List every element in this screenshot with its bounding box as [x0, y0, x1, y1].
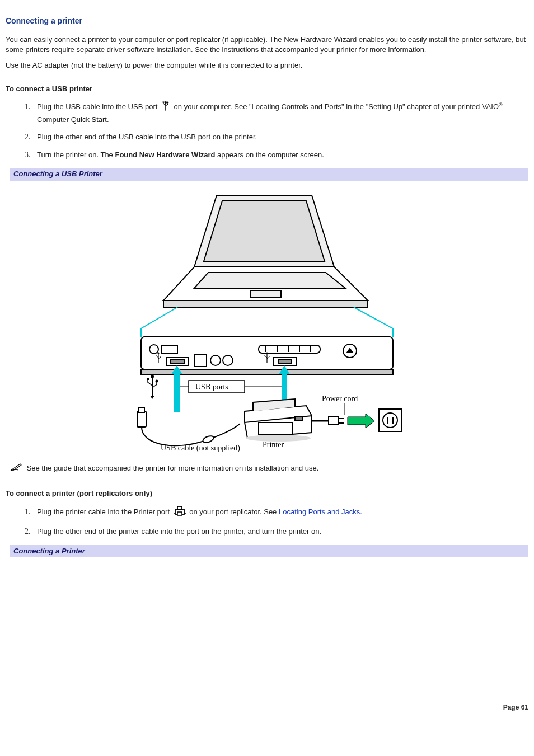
port-step-2: Plug the other end of the printer cable …	[32, 526, 528, 537]
printer-port-icon	[174, 505, 186, 519]
port-steps-list: Plug the printer cable into the Printer …	[6, 505, 528, 537]
label-usb-ports: USB ports	[195, 383, 228, 391]
figure-caption-1: Connecting a USB Printer	[6, 168, 528, 180]
svg-rect-2	[162, 102, 164, 103]
step-text: Computer Quick Start.	[37, 115, 109, 124]
svg-point-48	[202, 434, 214, 443]
step-text: Plug the USB cable into the USB port	[37, 102, 160, 111]
svg-rect-10	[171, 359, 184, 364]
svg-rect-21	[278, 359, 292, 364]
note-pencil-icon	[10, 462, 22, 474]
svg-rect-29	[147, 378, 149, 380]
note-row: See the guide that accompanied the print…	[6, 462, 528, 475]
usb-icon	[161, 101, 170, 114]
step-text: Plug the printer cable into the Printer …	[37, 508, 172, 516]
intro-paragraph-1: You can easily connect a printer to your…	[6, 35, 528, 55]
svg-rect-37	[295, 417, 303, 420]
port-subheading: To connect a printer (port replicators o…	[6, 489, 528, 499]
svg-rect-46	[137, 411, 146, 427]
svg-point-43	[383, 413, 397, 428]
svg-point-28	[151, 375, 154, 378]
figure-caption-2: Connecting a Printer	[6, 545, 528, 557]
page-number: Page 61	[6, 703, 528, 712]
label-power-cord: Power cord	[322, 395, 358, 403]
usb-subheading: To connect a USB printer	[6, 84, 528, 94]
usb-step-1: Plug the USB cable into the USB port on …	[32, 101, 528, 125]
step-text: on your port replicator. See	[189, 508, 279, 516]
figure-usb-printer: USB ports Power cord Printer	[6, 189, 528, 454]
usb-step-3: Turn the printer on. The Found New Hardw…	[32, 149, 528, 161]
step-text: Plug the other end of the USB cable into…	[37, 133, 257, 141]
intro-paragraph-2: Use the AC adapter (not the battery) to …	[6, 60, 528, 71]
label-printer: Printer	[263, 440, 284, 449]
note-text: See the guide that accompanied the print…	[27, 464, 319, 472]
step-text: on your computer. See "Locating Controls…	[174, 102, 499, 111]
svg-rect-39	[329, 417, 339, 425]
diagram-svg: USB ports Power cord Printer	[110, 189, 424, 452]
usb-steps-list: Plug the USB cable into the USB port on …	[6, 101, 528, 160]
step-text: appears on the computer screen.	[216, 151, 324, 159]
svg-rect-47	[139, 408, 144, 412]
svg-rect-50	[177, 506, 182, 509]
step-text: Plug the other end of the printer cable …	[37, 527, 321, 536]
port-step-1: Plug the printer cable into the Printer …	[32, 505, 528, 519]
wizard-name: Found New Hardware Wizard	[115, 151, 215, 159]
svg-rect-51	[177, 512, 182, 515]
section-title: Connecting a printer	[6, 16, 528, 27]
label-usb-cable: USB cable (not supplied)	[161, 444, 240, 452]
registered-mark: ®	[499, 102, 503, 107]
step-text: Turn the printer on. The	[37, 151, 115, 159]
locating-ports-link[interactable]: Locating Ports and Jacks.	[279, 508, 362, 516]
svg-point-30	[156, 379, 158, 382]
svg-rect-4	[250, 290, 281, 297]
svg-point-3	[167, 102, 169, 104]
svg-point-26	[266, 352, 268, 354]
svg-rect-35	[259, 422, 292, 435]
svg-point-24	[157, 352, 159, 354]
usb-step-2: Plug the other end of the USB cable into…	[32, 132, 528, 143]
